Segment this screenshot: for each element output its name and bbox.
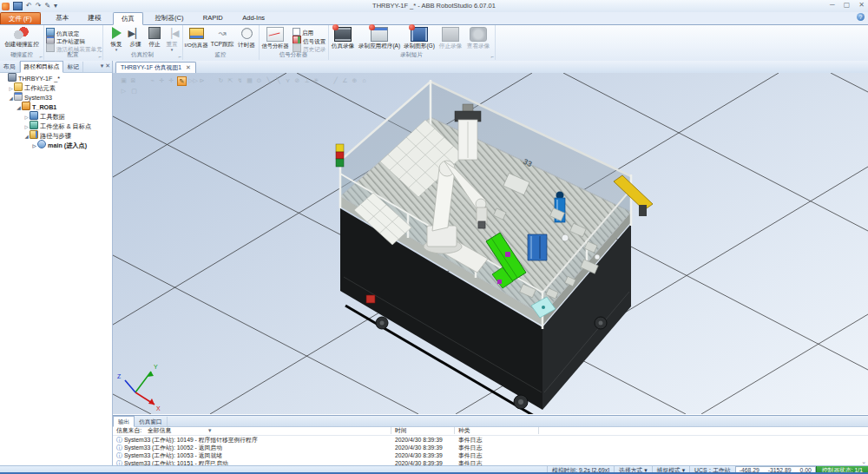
viewport-tool-icon[interactable]: ↯: [236, 76, 244, 84]
record-graphics-button[interactable]: 录制图形(G): [403, 26, 436, 49]
tab-tags[interactable]: 标记: [63, 62, 83, 72]
viewport-tool-icon[interactable]: ╲: [274, 76, 282, 84]
viewport-tool-icon[interactable]: ⊳: [198, 76, 206, 84]
viewport-tool-icon[interactable]: ⊥: [303, 76, 311, 84]
step-button[interactable]: ▶▏ 步骤: [127, 26, 144, 48]
viewport-tool-icon[interactable]: ▣: [120, 76, 128, 84]
record-application-icon: [371, 27, 388, 42]
paths-targets-tree: THRBYY-1F _* ▷工作站元素 ◢System33 ◢T_ROB1 ▷工…: [0, 73, 112, 149]
create-collision-set-button[interactable]: 创建碰撞监控: [2, 26, 42, 48]
tree-item-main[interactable]: ▷main (进入点): [0, 140, 112, 149]
expander-icon[interactable]: ◢: [8, 94, 14, 103]
expander-icon[interactable]: ◢: [16, 103, 22, 113]
filter-caret-icon[interactable]: ▾: [208, 426, 211, 435]
output-panel: 输出仿真窗口 信息来自: 全部信息 ▾ 时间 种类 ⓘ System33 (工作…: [113, 415, 868, 466]
qat-more-icon[interactable]: ▾: [54, 2, 57, 10]
io-simulator-button[interactable]: I/O仿真器: [184, 26, 208, 49]
redo-icon[interactable]: ↷: [36, 2, 42, 10]
timer-button[interactable]: 计时器: [236, 26, 257, 49]
viewport-tool-icon[interactable]: ↻: [217, 76, 225, 84]
simulation-view-tab[interactable]: THRBYY-1F 仿真视图1✕: [115, 62, 196, 73]
tree-item-workobjects[interactable]: ▷工件坐标 & 目标点: [0, 121, 112, 130]
checkbox-icon[interactable]: [293, 28, 300, 36]
dialog-launcher-icon[interactable]: ⌐: [98, 54, 102, 59]
viewport-tool-icon[interactable]: ⋎: [284, 76, 292, 84]
dialog-launcher-icon[interactable]: ⌐: [178, 54, 181, 59]
play-button[interactable]: 恢复 ▾: [108, 26, 125, 51]
panel-pin-icon[interactable]: ▾: [101, 63, 104, 69]
tree-item-system33[interactable]: ◢System33: [0, 92, 112, 102]
viewport-tool-icon[interactable]: ╲: [265, 76, 273, 84]
column-header-time[interactable]: 时间: [395, 426, 407, 435]
viewport-tool-icon[interactable]: ⌂: [360, 76, 368, 84]
robotstudio-logo-icon: [2, 3, 10, 10]
station-logic-button[interactable]: 工作站逻辑: [46, 36, 85, 43]
simulation-recording-button[interactable]: 仿真录像: [330, 26, 356, 49]
simulation-setup-button[interactable]: 仿真设定: [46, 28, 79, 36]
tree-item-station[interactable]: THRBYY-1F _*: [0, 73, 112, 82]
step-icon: ▶▏: [128, 27, 143, 40]
dialog-launcher-icon[interactable]: ⌐: [39, 54, 43, 59]
customize-pen-icon[interactable]: ✎: [44, 2, 50, 10]
tab-simulation-window[interactable]: 仿真窗口: [135, 417, 167, 426]
viewport-tool-icon[interactable]: ╱: [332, 76, 339, 84]
help-icon[interactable]: ?: [857, 13, 865, 21]
filter-label: 信息来自:: [116, 426, 141, 435]
tree-item-station-elements[interactable]: ▷工作站元素: [0, 82, 112, 92]
viewport-tool-icon[interactable]: ✛: [168, 76, 175, 84]
viewport-play-icon[interactable]: ▷: [120, 87, 128, 95]
viewport-tool-icon[interactable]: ⊙: [255, 76, 263, 84]
tab-file[interactable]: 文件 (F): [0, 12, 41, 24]
tab-layout[interactable]: 布局: [0, 62, 20, 72]
viewport-stop-icon[interactable]: ▢: [130, 87, 138, 95]
expander-icon[interactable]: ▷: [31, 142, 37, 151]
scroll-down-icon[interactable]: ⌄: [861, 458, 866, 465]
filter-dropdown[interactable]: 全部信息: [148, 426, 171, 435]
graphics-viewport[interactable]: 33: [113, 73, 868, 414]
viewport-tool-icon[interactable]: ∠: [341, 76, 349, 84]
panel-close-icon[interactable]: ✕: [105, 63, 110, 69]
tab-paths-targets[interactable]: 路径和目标点: [20, 61, 64, 73]
3d-scene[interactable]: 33: [113, 73, 868, 414]
expander-icon[interactable]: ◢: [23, 132, 30, 142]
play-caret-icon[interactable]: ▾: [108, 48, 125, 51]
tcp-trace-button[interactable]: ↝ TCP跟踪: [210, 26, 234, 48]
stop-button[interactable]: 停止: [146, 26, 163, 48]
viewport-tool-icon[interactable]: ⊕: [351, 76, 358, 84]
viewport-tool-icon[interactable]: [207, 76, 215, 84]
dialog-launcher-icon[interactable]: ⌐: [490, 54, 494, 59]
output-row[interactable]: ⓘ System33 (工作站): 10052 - 返回启动 2020/4/30…: [113, 444, 868, 451]
viewport-tool-icon[interactable]: [322, 76, 330, 84]
viewport-tool-icon[interactable]: ✛: [158, 76, 166, 84]
viewport-tool-icon[interactable]: ⊠: [129, 76, 137, 84]
output-row[interactable]: ⓘ System33 (工作站): 10149 - 程序指针移至例行程序 202…: [113, 436, 868, 444]
close-button[interactable]: ✕: [858, 1, 865, 9]
viewport-tool-icon[interactable]: ⌁: [148, 76, 156, 84]
signal-enable-checkbox[interactable]: 启用: [293, 28, 313, 36]
viewport-tool-icon[interactable]: ✳: [312, 76, 320, 84]
viewport-tool-icon[interactable]: ▦: [246, 76, 253, 84]
tab-controller[interactable]: 控制器(C): [147, 12, 191, 23]
column-header-category[interactable]: 种类: [458, 426, 470, 435]
output-row[interactable]: ⓘ System33 (工作站): 10053 - 返回就绪 2020/4/30…: [113, 451, 868, 459]
tab-basic[interactable]: 基本: [48, 12, 76, 23]
maximize-button[interactable]: ▢: [844, 1, 851, 9]
save-icon[interactable]: [13, 2, 23, 10]
tab-rapid[interactable]: RAPID: [195, 12, 231, 23]
viewport-tool-icon-active[interactable]: ✎: [177, 76, 187, 86]
record-application-button[interactable]: 录制应用程序(A): [358, 26, 401, 49]
minimize-button[interactable]: ─: [830, 1, 835, 9]
tab-close-icon[interactable]: ✕: [186, 64, 191, 70]
viewport-tool-icon[interactable]: ▷▷: [188, 76, 196, 84]
undo-icon[interactable]: ↶: [26, 2, 32, 10]
viewport-tool-icon[interactable]: ⇱: [227, 76, 234, 84]
viewport-tool-icon[interactable]: ⊘: [293, 76, 301, 84]
viewport-tool-icon[interactable]: [139, 76, 147, 84]
signal-setup-button[interactable]: 信号设置: [293, 36, 326, 43]
tree-item-paths-procedures[interactable]: ◢路径与步骤: [0, 130, 112, 140]
signal-analyzer-button[interactable]: 信号分析器: [260, 26, 291, 49]
tab-modeling[interactable]: 建模: [81, 12, 109, 23]
tree-item-t-rob1[interactable]: ◢T_ROB1: [0, 102, 112, 111]
tab-addins[interactable]: Add-Ins: [234, 12, 273, 23]
tab-simulation[interactable]: 仿真: [113, 12, 143, 25]
